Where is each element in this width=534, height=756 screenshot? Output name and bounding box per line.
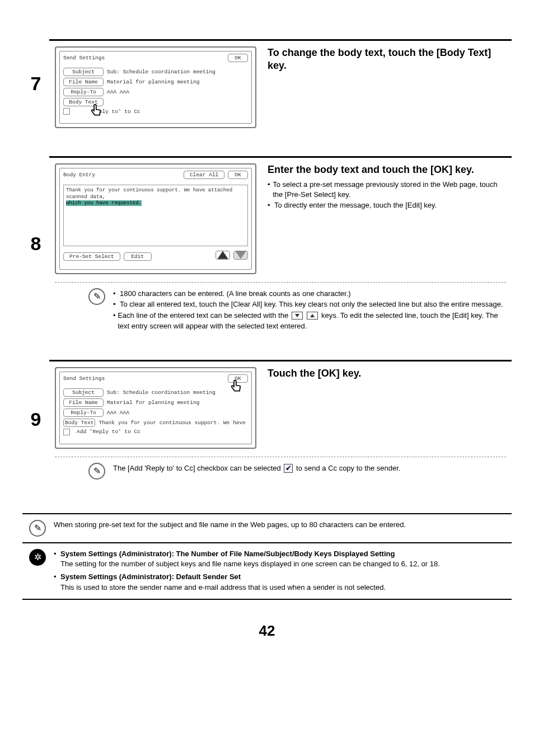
subject-button[interactable]: Subject (63, 388, 104, 397)
footer-notes: ✎ When storing pre-set text for the subj… (22, 513, 512, 600)
replyto-value: AAA AAA (107, 410, 129, 416)
step8-sub1: To select a pre-set message previously s… (273, 180, 506, 201)
step-8: 8 Body Entry Clear All OK (22, 156, 512, 332)
divider (55, 457, 506, 457)
arrow-up-icon (307, 312, 318, 320)
page-number: 42 (0, 622, 534, 640)
step-number: 9 (31, 408, 41, 430)
filename-button[interactable]: File Name (63, 78, 104, 86)
step8-note3: Each line of the entered text can be sel… (118, 310, 506, 332)
filename-value: Material for planning meeting (107, 400, 199, 406)
step-9: 9 Send Settings OK Subject Sub: Schedule… (22, 360, 512, 480)
note-icon: ✎ (88, 463, 105, 480)
note-icon: ✎ (29, 520, 46, 537)
checkmark-icon: ✔ (284, 464, 293, 473)
step9-note: The [Add 'Reply to' to Cc] checkbox can … (113, 464, 400, 472)
edit-button[interactable]: Edit (124, 252, 152, 261)
step8-sub2: To directly enter the message, touch the… (274, 200, 437, 211)
panel-title: Body Entry (63, 172, 95, 178)
step8-note1: 1800 characters can be entered. (A line … (120, 288, 351, 299)
subject-value: Sub: Schedule coordination meeting (107, 389, 216, 396)
step-number: 7 (31, 73, 41, 95)
scroll-up-button[interactable] (216, 251, 230, 260)
filename-value: Material for planning meeting (107, 79, 199, 85)
arrow-down-icon (292, 312, 303, 320)
admin-note-2: System Settings (Administrator): Default… (60, 572, 386, 593)
divider (55, 282, 506, 283)
body-entry-panel: Body Entry Clear All OK Thank you for yo… (55, 163, 256, 274)
body-line-1: Thank you for your continuous support. W… (66, 187, 245, 200)
send-settings-panel: Send Settings OK Subject Sub: Schedule c… (55, 367, 256, 449)
step-7: 7 Send Settings OK Subject Sub: Schedule… (22, 39, 512, 128)
replyto-value: AAA AAA (107, 89, 129, 95)
admin-note-1: System Settings (Administrator): The Num… (60, 549, 440, 570)
bodytext-button[interactable]: Body Text (63, 419, 95, 427)
scroll-down-button[interactable] (233, 251, 248, 260)
subject-value: Sub: Schedule coordination meeting (107, 69, 216, 75)
note-icon: ✎ (88, 288, 105, 305)
step-heading: Touch the [OK] key. (268, 367, 506, 380)
body-text-area[interactable]: Thank you for your continuous support. W… (63, 185, 248, 246)
replyto-button[interactable]: Reply-To (63, 408, 104, 417)
preset-select-button[interactable]: Pre-Set Select (63, 252, 120, 261)
panel-title: Send Settings (63, 375, 105, 382)
send-settings-panel: Send Settings OK Subject Sub: Schedule c… (55, 46, 256, 128)
cc-checkbox[interactable] (63, 429, 70, 435)
step-number: 8 (31, 233, 41, 255)
settings-icon: ✲ (29, 549, 46, 566)
filename-button[interactable]: File Name (63, 398, 104, 407)
step-heading: To change the body text, touch the [Body… (268, 46, 506, 72)
step8-note2: To clear all entered text, touch the [Cl… (120, 299, 503, 310)
ok-button[interactable]: OK (228, 54, 248, 62)
pointing-hand-icon (88, 102, 105, 119)
pointing-hand-icon (228, 378, 245, 395)
step-heading: Enter the body text and touch the [OK] k… (268, 163, 506, 176)
panel-title: Send Settings (63, 55, 105, 61)
replyto-button[interactable]: Reply-To (63, 88, 104, 96)
clear-all-button[interactable]: Clear All (184, 171, 224, 179)
body-line-2: which you have requested. (66, 200, 142, 206)
ok-button[interactable]: OK (228, 171, 248, 179)
subject-button[interactable]: Subject (63, 68, 104, 76)
cc-checkbox[interactable] (63, 108, 70, 115)
footer-note-1: When storing pre-set text for the subjec… (54, 520, 505, 530)
bodytext-value: Thank you for your continuous support. W… (99, 420, 248, 426)
cc-label: Add 'Reply to' to Cc (77, 429, 140, 435)
